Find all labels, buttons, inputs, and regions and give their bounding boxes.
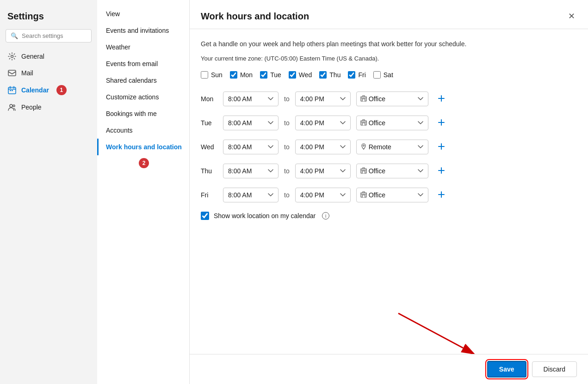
thu-location-select[interactable]: OfficeRemoteAway [369, 164, 424, 178]
wed-to-label: to [284, 143, 290, 151]
menu-item-events-invitations[interactable]: Events and invitations [97, 22, 189, 39]
wed-add-button[interactable] [434, 140, 449, 154]
search-box: 🔍 [6, 29, 92, 43]
tue-label: Tue [270, 71, 281, 79]
sat-label: Sat [384, 71, 393, 79]
svg-point-0 [11, 55, 13, 58]
sat-checkbox[interactable] [373, 71, 381, 79]
svg-rect-13 [363, 171, 365, 173]
wed-end-time[interactable]: 12:00 AM1:00 AM2:00 AM3:00 AM4:00 AM5:00… [295, 140, 351, 154]
days-row: Sun Mon Tue Wed Thu Fri [201, 71, 577, 79]
mon-to-label: to [284, 95, 290, 103]
sun-checkbox[interactable] [201, 71, 208, 79]
sidebar-item-calendar-label: Calendar [21, 86, 49, 94]
tue-location-wrapper: OfficeRemoteAway [356, 116, 428, 130]
schedule-row-tue: Tue12:00 AM1:00 AM2:00 AM3:00 AM4:00 AM5… [201, 116, 577, 130]
fri-schedule-label: Fri [201, 191, 217, 199]
svg-rect-4 [12, 90, 13, 91]
sidebar-item-calendar[interactable]: Calendar 1 [0, 81, 97, 99]
day-check-wed: Wed [289, 71, 312, 79]
wed-start-time[interactable]: 12:00 AM1:00 AM2:00 AM3:00 AM4:00 AM5:00… [223, 140, 279, 154]
wed-checkbox[interactable] [289, 71, 296, 79]
calendar-icon [7, 85, 17, 95]
mon-checkbox[interactable] [230, 71, 237, 79]
menu-item-shared-calendars[interactable]: Shared calendars [97, 72, 189, 89]
sun-label: Sun [211, 71, 223, 79]
fri-location-icon [360, 191, 367, 199]
fri-add-button[interactable] [434, 188, 449, 202]
sidebar-item-mail[interactable]: Mail [0, 65, 97, 81]
page-title: Work hours and location [201, 11, 309, 22]
sidebar-item-general[interactable]: General [0, 48, 97, 65]
day-check-thu: Thu [319, 71, 340, 79]
thu-checkbox[interactable] [319, 71, 327, 79]
day-check-mon: Mon [230, 71, 253, 79]
tue-checkbox[interactable] [260, 71, 267, 79]
wed-location-select[interactable]: OfficeRemoteAway [369, 140, 424, 154]
sidebar-item-mail-label: Mail [21, 69, 33, 77]
menu-item-view[interactable]: View [97, 6, 189, 22]
save-button[interactable]: Save [487, 361, 526, 378]
mon-add-button[interactable] [434, 92, 449, 106]
mon-start-time[interactable]: 12:00 AM1:00 AM2:00 AM3:00 AM4:00 AM5:00… [223, 91, 279, 106]
show-location-checkbox[interactable] [201, 212, 209, 220]
fri-end-time[interactable]: 12:00 AM1:00 AM2:00 AM3:00 AM4:00 AM5:00… [295, 188, 351, 202]
sidebar-item-general-label: General [21, 53, 44, 60]
day-check-sun: Sun [201, 71, 223, 79]
schedule-rows: Mon12:00 AM1:00 AM2:00 AM3:00 AM4:00 AM5… [201, 91, 577, 202]
timezone-text: Your current time zone: (UTC-05:00) East… [201, 55, 577, 62]
tue-add-button[interactable] [434, 116, 449, 130]
info-icon[interactable]: i [322, 212, 329, 219]
thu-end-time[interactable]: 12:00 AM1:00 AM2:00 AM3:00 AM4:00 AM5:00… [295, 164, 351, 178]
description-text: Get a handle on your week and help other… [201, 40, 577, 48]
schedule-row-mon: Mon12:00 AM1:00 AM2:00 AM3:00 AM4:00 AM5… [201, 91, 577, 106]
menu-item-weather[interactable]: Weather [97, 39, 189, 55]
svg-rect-1 [8, 70, 16, 76]
sidebar: Settings 🔍 General Mail [0, 0, 97, 384]
wed-location-icon [360, 143, 367, 151]
tue-location-select[interactable]: OfficeRemoteAway [369, 116, 424, 130]
menu-item-customize-actions[interactable]: Customize actions [97, 89, 189, 105]
tue-start-time[interactable]: 12:00 AM1:00 AM2:00 AM3:00 AM4:00 AM5:00… [223, 116, 279, 130]
thu-add-button[interactable] [434, 164, 449, 178]
search-icon: 🔍 [11, 32, 18, 39]
sidebar-item-people[interactable]: People [0, 99, 97, 116]
fri-start-time[interactable]: 12:00 AM1:00 AM2:00 AM3:00 AM4:00 AM5:00… [223, 188, 279, 202]
tue-location-icon [360, 119, 367, 127]
discard-button[interactable]: Discard [532, 361, 577, 377]
mon-end-time[interactable]: 12:00 AM1:00 AM2:00 AM3:00 AM4:00 AM5:00… [295, 91, 351, 106]
gear-icon [7, 52, 17, 61]
thu-location-icon [360, 167, 367, 175]
menu-item-events-email[interactable]: Events from email [97, 55, 189, 72]
mon-location-select[interactable]: OfficeRemoteAway [369, 92, 424, 106]
tue-end-time[interactable]: 12:00 AM1:00 AM2:00 AM3:00 AM4:00 AM5:00… [295, 116, 351, 130]
fri-location-select[interactable]: OfficeRemoteAway [369, 188, 424, 202]
main-body: Get a handle on your week and help other… [190, 29, 588, 354]
fri-checkbox[interactable] [348, 71, 355, 79]
work-hours-badge: 2 [139, 158, 149, 168]
menu-item-work-hours[interactable]: Work hours and location 2 [97, 139, 189, 155]
wed-schedule-label: Wed [201, 143, 217, 151]
schedule-row-fri: Fri12:00 AM1:00 AM2:00 AM3:00 AM4:00 AM5… [201, 188, 577, 202]
sidebar-title: Settings [0, 7, 97, 29]
thu-start-time[interactable]: 12:00 AM1:00 AM2:00 AM3:00 AM4:00 AM5:00… [223, 164, 279, 178]
thu-location-wrapper: OfficeRemoteAway [356, 164, 428, 178]
mon-schedule-label: Mon [201, 95, 217, 103]
search-input[interactable] [22, 32, 87, 39]
mail-icon [7, 68, 17, 78]
close-button[interactable]: ✕ [566, 9, 577, 23]
wed-label: Wed [299, 71, 312, 79]
svg-rect-10 [363, 123, 365, 125]
menu-item-accounts[interactable]: Accounts [97, 122, 189, 139]
main-footer: Save Discard [190, 354, 588, 384]
show-location-row: Show work location on my calendar i [201, 212, 577, 220]
fri-location-wrapper: OfficeRemoteAway [356, 188, 428, 202]
menu-item-bookings[interactable]: Bookings with me [97, 105, 189, 122]
fri-label: Fri [358, 71, 365, 79]
middle-menu: View Events and invitations Weather Even… [97, 0, 190, 384]
schedule-row-thu: Thu12:00 AM1:00 AM2:00 AM3:00 AM4:00 AM5… [201, 164, 577, 178]
mon-label: Mon [240, 71, 253, 79]
calendar-badge: 1 [56, 85, 67, 95]
sidebar-item-people-label: People [21, 104, 42, 111]
svg-rect-15 [363, 195, 365, 197]
